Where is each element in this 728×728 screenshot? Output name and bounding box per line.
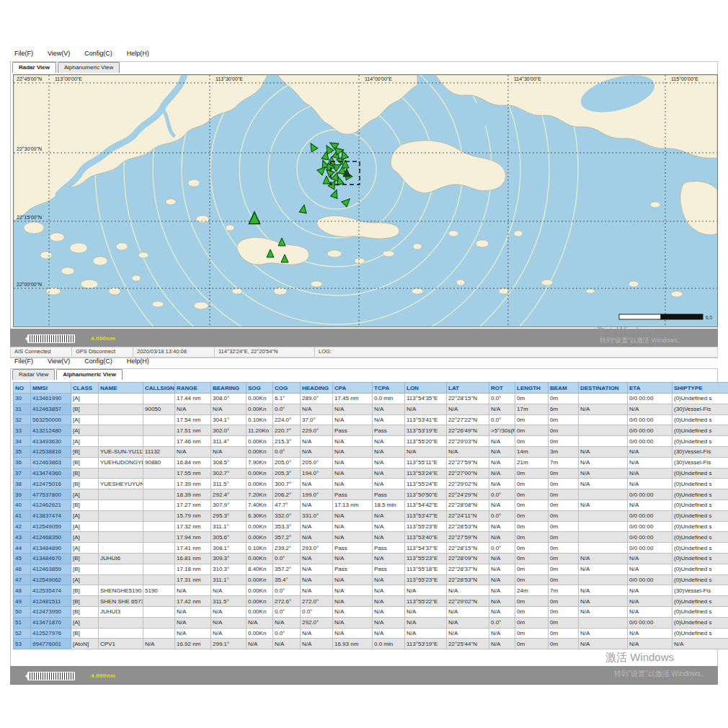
table-cell[interactable]: N/A <box>489 585 515 596</box>
table-cell[interactable]: 113°55'23"E <box>405 553 447 564</box>
table-cell[interactable]: 412475016 <box>31 479 71 489</box>
column-header-lat[interactable]: LAT <box>447 383 489 394</box>
radar-map-view[interactable]: 6.0 22°45'00"N22°30'00"N22°15'00"N22°00'… <box>13 74 718 327</box>
column-header-bearing[interactable]: BEARING <box>211 383 247 394</box>
table-cell[interactable]: N/A <box>447 606 489 617</box>
table-cell[interactable]: 413837474 <box>31 510 71 521</box>
table-cell[interactable]: [B] <box>71 468 99 479</box>
column-header-class[interactable]: CLASS <box>71 383 99 394</box>
table-cell[interactable]: 0/0 00:00 <box>628 521 672 532</box>
table-cell[interactable]: 14m <box>515 446 549 457</box>
table-cell[interactable] <box>99 500 143 510</box>
table-cell[interactable]: SHENGHE5190 <box>99 585 143 596</box>
table-cell[interactable]: 22°28'08"N <box>447 500 489 510</box>
table-cell[interactable] <box>143 468 175 479</box>
table-cell[interactable]: 412527976 <box>31 628 71 639</box>
table-cell[interactable]: N/A <box>489 628 515 639</box>
table-cell[interactable]: 0m <box>549 617 579 628</box>
table-cell[interactable]: (0)Undefined s <box>672 543 728 554</box>
table-cell[interactable]: N/A <box>211 628 247 639</box>
table-cell[interactable]: 22°27'22"N <box>447 414 489 425</box>
table-cell[interactable] <box>99 414 143 425</box>
table-cell[interactable]: N/A <box>489 436 515 447</box>
table-cell[interactable]: N/A <box>579 500 628 510</box>
table-cell[interactable]: (30)Vessel-Fis <box>672 457 728 468</box>
table-cell[interactable]: [A] <box>71 574 99 585</box>
table-cell[interactable]: 17.45 nm <box>333 394 373 404</box>
table-cell[interactable]: 0m <box>515 521 549 532</box>
table-row[interactable]: 47412549062[A]17.31 nm311.1°0.00Kn35.4°N… <box>14 574 728 585</box>
table-cell[interactable]: 24m <box>515 585 549 596</box>
table-cell[interactable]: Pass <box>373 425 405 436</box>
table-cell[interactable]: 0m <box>515 510 549 521</box>
table-cell[interactable]: 17.39 nm <box>175 479 211 489</box>
table-cell[interactable] <box>99 404 143 414</box>
table-cell[interactable] <box>579 436 628 447</box>
table-cell[interactable] <box>143 596 175 607</box>
table-cell[interactable]: N/A <box>373 596 405 607</box>
table-cell[interactable]: N/A <box>405 606 447 617</box>
table-cell[interactable]: N/A <box>373 468 405 479</box>
table-row[interactable]: 43412468350[A]17.94 nm305.6°0.00Kn357.2°… <box>14 532 728 543</box>
table-cell[interactable]: N/A <box>405 628 447 639</box>
table-cell[interactable]: N/A <box>333 585 373 596</box>
table-cell[interactable]: N/A <box>373 628 405 639</box>
table-cell[interactable]: [B] <box>71 553 99 564</box>
menu-config[interactable]: Config(C) <box>84 358 112 365</box>
table-cell[interactable]: 6m <box>549 404 579 414</box>
table-cell[interactable]: 0.0° <box>489 394 515 404</box>
table-cell[interactable]: (0)Undefined s <box>672 468 728 479</box>
table-cell[interactable]: 0m <box>549 564 579 574</box>
table-cell[interactable]: 224.0° <box>273 414 301 425</box>
table-cell[interactable]: 7.40Kn <box>247 500 273 510</box>
table-cell[interactable]: N/A <box>333 479 373 489</box>
table-cell[interactable]: 22°27'59"N <box>447 457 489 468</box>
table-row[interactable]: 44413484890[A]17.41 nm308.1°0.10Kn239.2°… <box>14 543 728 554</box>
table-cell[interactable]: 477537800 <box>31 489 71 500</box>
table-cell[interactable]: 11.20Kn <box>247 425 273 436</box>
table-cell[interactable] <box>143 564 175 574</box>
table-cell[interactable]: 0.00Kn <box>247 532 273 543</box>
table-cell[interactable]: 38 <box>14 479 31 489</box>
table-cell[interactable]: 563250000 <box>31 414 71 425</box>
table-cell[interactable]: 44 <box>14 543 31 554</box>
table-cell[interactable]: >5°/30s(R <box>489 425 515 436</box>
table-cell[interactable]: JUHUI3 <box>99 606 143 617</box>
table-cell[interactable]: 0m <box>515 394 549 404</box>
table-cell[interactable]: 300.7° <box>273 479 301 489</box>
table-cell[interactable]: 311.5° <box>211 479 247 489</box>
table-cell[interactable]: [A] <box>71 414 99 425</box>
table-row[interactable]: 31412463857[B]90050N/AN/A0.00Kn0.0°N/AN/… <box>14 404 728 414</box>
table-cell[interactable]: N/A <box>672 639 728 649</box>
table-cell[interactable]: 0/0 00:00 <box>628 617 672 628</box>
table-cell[interactable]: JUHUI6 <box>99 553 143 564</box>
table-cell[interactable] <box>143 500 175 510</box>
table-cell[interactable]: YUEHUDONGYL <box>99 457 143 468</box>
table-cell[interactable]: 18.5 min <box>373 500 405 510</box>
table-cell[interactable]: 0.00Kn <box>247 596 273 607</box>
table-cell[interactable]: N/A <box>373 617 405 628</box>
table-cell[interactable]: 17.27 nm <box>175 500 211 510</box>
table-cell[interactable]: 311.1° <box>211 574 247 585</box>
table-cell[interactable]: 0/0 00:00 <box>628 414 672 425</box>
table-cell[interactable]: 0m <box>549 489 579 500</box>
table-row[interactable]: 52412527976[B]N/AN/A0.00Kn0.0°N/AN/AN/AN… <box>14 628 728 639</box>
table-cell[interactable]: 311.4° <box>211 436 247 447</box>
table-cell[interactable]: 113°54'37"E <box>405 543 447 554</box>
table-cell[interactable]: 0.00Kn <box>247 585 273 596</box>
table-cell[interactable]: N/A <box>301 436 333 447</box>
table-cell[interactable]: 22°28'09"N <box>447 553 489 564</box>
table-cell[interactable]: 413484890 <box>31 543 71 554</box>
table-cell[interactable]: N/A <box>628 468 672 479</box>
table-cell[interactable]: 40 <box>14 500 31 510</box>
table-cell[interactable]: 17.44 nm <box>175 394 211 404</box>
table-cell[interactable]: N/A <box>579 596 628 607</box>
table-cell[interactable]: 0m <box>515 532 549 543</box>
table-cell[interactable]: 311.1° <box>211 521 247 532</box>
table-cell[interactable]: 0m <box>549 532 579 543</box>
column-header-range[interactable]: RANGE <box>175 383 211 394</box>
menu-config[interactable]: Config(C) <box>84 50 112 57</box>
table-cell[interactable]: N/A <box>579 457 628 468</box>
table-cell[interactable]: 32 <box>14 414 31 425</box>
table-cell[interactable]: 412473950 <box>31 606 71 617</box>
